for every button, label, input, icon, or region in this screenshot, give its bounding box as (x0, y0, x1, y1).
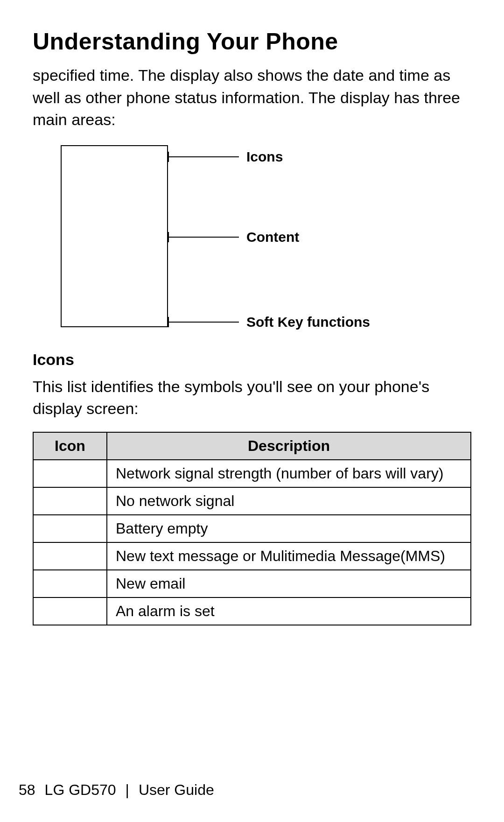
table-row: Network signal strength (number of bars … (33, 460, 471, 487)
header-icon: Icon (33, 432, 107, 460)
icon-description-table: Icon Description Network signal strength… (33, 432, 471, 625)
callout-icons: Icons (168, 149, 283, 165)
section-heading-icons: Icons (33, 351, 471, 369)
cell-description: New text message or Mulitimedia Message(… (107, 542, 471, 570)
cell-description: No network signal (107, 487, 471, 515)
callout-content: Content (168, 229, 299, 245)
table-header-row: Icon Description (33, 432, 471, 460)
cell-icon (33, 515, 107, 542)
callout-label-content: Content (246, 229, 299, 245)
header-description: Description (107, 432, 471, 460)
table-row: No network signal (33, 487, 471, 515)
cell-description: New email (107, 570, 471, 597)
cell-icon (33, 487, 107, 515)
callout-line (169, 156, 239, 157)
intro-paragraph: specified time. The display also shows t… (33, 64, 471, 131)
cell-icon (33, 597, 107, 625)
page-title: Understanding Your Phone (33, 28, 471, 55)
display-diagram: Icons Content Soft Key functions (61, 145, 462, 332)
callout-label-softkey: Soft Key functions (246, 314, 370, 330)
cell-description: Network signal strength (number of bars … (107, 460, 471, 487)
cell-icon (33, 460, 107, 487)
page-footer: 58 LG GD570 | User Guide (19, 781, 214, 799)
table-row: New text message or Mulitimedia Message(… (33, 542, 471, 570)
cell-description: An alarm is set (107, 597, 471, 625)
page-number: 58 (19, 781, 35, 799)
callout-line (169, 322, 239, 323)
cell-icon (33, 570, 107, 597)
table-row: An alarm is set (33, 597, 471, 625)
cell-icon (33, 542, 107, 570)
footer-divider: | (126, 781, 129, 799)
manual-page: Understanding Your Phone specified time.… (0, 0, 504, 822)
callout-softkey: Soft Key functions (168, 314, 370, 330)
cell-description: Battery empty (107, 515, 471, 542)
callout-label-icons: Icons (246, 149, 283, 165)
section-body: This list identifies the symbols you'll … (33, 376, 471, 420)
callout-line (169, 237, 239, 238)
screen-outline (61, 145, 168, 327)
table-row: New email (33, 570, 471, 597)
footer-model: LG GD570 (45, 781, 116, 799)
footer-doc-title: User Guide (139, 781, 214, 799)
table-row: Battery empty (33, 515, 471, 542)
